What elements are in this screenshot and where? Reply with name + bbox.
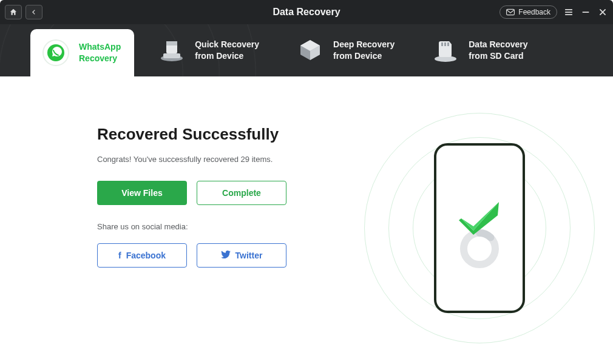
mode-tabs: WhatsApp Recovery Quick Recovery from De… [0,24,613,76]
svg-rect-9 [444,42,446,46]
back-button[interactable] [25,5,42,19]
quick-recovery-icon [157,36,186,65]
complete-button[interactable]: Complete [197,181,286,205]
home-icon [9,8,18,16]
deep-recovery-icon [296,36,325,65]
svg-rect-8 [441,42,443,46]
home-button[interactable] [5,5,22,19]
twitter-label: Twitter [235,251,263,260]
tab-sd-recovery[interactable]: Data Recovery from SD Card [420,24,541,76]
close-icon [598,8,607,16]
twitter-icon [221,251,231,260]
close-button[interactable] [597,7,608,18]
menu-button[interactable] [563,7,574,18]
tab-label: Deep Recovery from Device [333,39,395,62]
view-files-button[interactable]: View Files [97,181,187,205]
svg-rect-10 [447,42,449,46]
facebook-icon: f [118,251,121,260]
mail-icon [506,8,515,16]
app-window: Data Recovery Feedback [0,0,613,364]
tab-label: Data Recovery from SD Card [469,39,527,62]
chevron-left-icon [31,8,37,16]
tab-deep-recovery[interactable]: Deep Recovery from Device [285,24,408,76]
tab-label: Quick Recovery from Device [195,39,259,62]
minimize-button[interactable] [580,7,591,18]
svg-rect-6 [166,41,177,46]
feedback-button[interactable]: Feedback [500,5,557,19]
menu-icon [564,8,574,16]
checkmark-icon [455,197,504,242]
tab-whatsapp-recovery[interactable]: WhatsApp Recovery [30,29,134,76]
facebook-label: Facebook [126,251,166,260]
facebook-share-button[interactable]: f Facebook [97,243,187,268]
success-illustration [382,119,577,337]
svg-rect-4 [163,53,180,58]
header-right: Feedback [500,5,608,19]
tab-quick-recovery[interactable]: Quick Recovery from Device [146,24,273,76]
feedback-label: Feedback [518,8,550,16]
svg-rect-0 [507,9,515,15]
sd-card-icon [431,36,460,65]
tab-label: WhatsApp Recovery [79,41,121,64]
twitter-share-button[interactable]: Twitter [197,243,286,268]
header-left [5,5,42,19]
minimize-icon [581,8,590,16]
main-content: Recovered Successfully Congrats! You've … [0,76,613,364]
whatsapp-icon [41,38,70,67]
title-bar: Data Recovery Feedback [0,0,613,24]
phone-frame [434,143,525,313]
